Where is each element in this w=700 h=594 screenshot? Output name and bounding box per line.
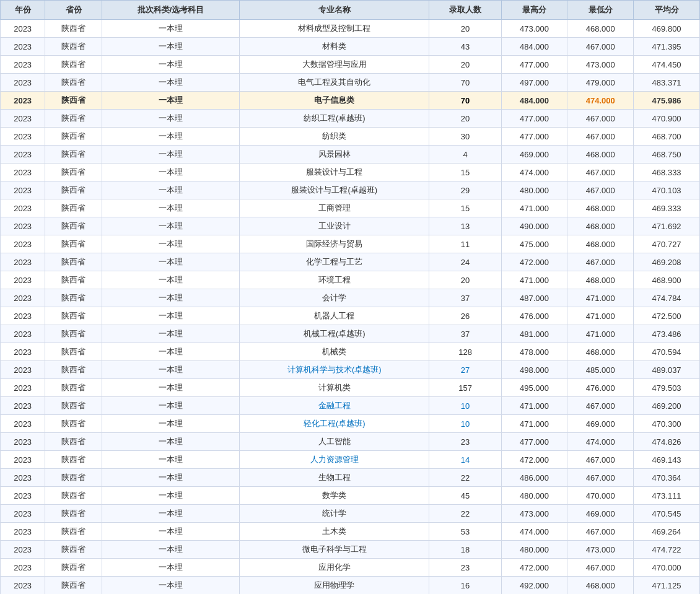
table-cell: 473.000 [501, 20, 567, 38]
table-cell: 人力资源管理 [240, 451, 429, 469]
table-cell: 2023 [1, 271, 45, 289]
table-cell: 2023 [1, 343, 45, 361]
table-cell: 467.000 [567, 253, 634, 271]
table-cell: 陕西省 [45, 361, 102, 379]
table-cell: 陕西省 [45, 181, 102, 199]
table-cell: 483.371 [634, 74, 700, 92]
table-row: 2023陕西省一本理金融工程10471.000467.000469.200 [1, 397, 700, 415]
table-cell: 468.000 [567, 235, 634, 253]
table-cell: 一本理 [102, 487, 239, 505]
table-cell: 2023 [1, 253, 45, 271]
table-row: 2023陕西省一本理服装设计与工程15474.000467.000468.333 [1, 164, 700, 181]
table-row: 2023陕西省一本理纺织工程(卓越班)20477.000467.000470.9… [1, 110, 700, 128]
table-cell: 计算机类 [240, 379, 429, 397]
table-cell: 467.000 [567, 559, 634, 577]
table-cell: 电气工程及其自动化 [240, 74, 429, 92]
table-cell: 128 [429, 343, 501, 361]
table-cell: 一本理 [102, 559, 239, 577]
table-cell: 476.000 [501, 307, 567, 325]
table-cell: 495.000 [501, 379, 567, 397]
table-cell: 14 [429, 451, 501, 469]
table-cell: 陕西省 [45, 38, 102, 56]
table-cell: 473.000 [567, 56, 634, 74]
column-header-专业名称: 专业名称 [240, 1, 429, 20]
table-cell: 一本理 [102, 397, 239, 415]
table-cell: 13 [429, 217, 501, 235]
table-cell: 2023 [1, 128, 45, 146]
table-cell: 4 [429, 146, 501, 164]
table-cell: 470.000 [567, 487, 634, 505]
table-cell: 474.000 [567, 433, 634, 451]
table-cell: 474.000 [501, 164, 567, 181]
table-cell: 480.000 [501, 181, 567, 199]
table-cell: 陕西省 [45, 397, 102, 415]
table-row: 2023陕西省一本理人力资源管理14472.000467.000469.143 [1, 451, 700, 469]
table-cell: 2023 [1, 235, 45, 253]
table-row: 2023陕西省一本理生物工程22486.000467.000470.364 [1, 469, 700, 487]
table-cell: 一本理 [102, 74, 239, 92]
table-cell: 一本理 [102, 199, 239, 217]
table-cell: 472.000 [501, 559, 567, 577]
table-cell: 一本理 [102, 361, 239, 379]
column-header-录取人数: 录取人数 [429, 1, 501, 20]
table-cell: 统计学 [240, 505, 429, 523]
table-cell: 11 [429, 235, 501, 253]
table-row: 2023陕西省一本理工商管理15471.000468.000469.333 [1, 199, 700, 217]
table-cell: 473.000 [501, 505, 567, 523]
table-cell: 474.722 [634, 541, 700, 559]
column-header-平均分: 平均分 [634, 1, 700, 20]
table-row: 2023陕西省一本理材料类43484.000467.000471.395 [1, 38, 700, 56]
table-row: 2023陕西省一本理大数据管理与应用20477.000473.000474.45… [1, 56, 700, 74]
table-cell: 陕西省 [45, 559, 102, 577]
table-cell: 468.700 [634, 128, 700, 146]
table-cell: 生物工程 [240, 469, 429, 487]
table-cell: 468.000 [567, 271, 634, 289]
table-row: 2023陕西省一本理机械工程(卓越班)37481.000471.000473.4… [1, 325, 700, 343]
table-cell: 468.000 [567, 199, 634, 217]
table-cell: 服装设计与工程 [240, 164, 429, 181]
table-cell: 一本理 [102, 235, 239, 253]
table-row: 2023陕西省一本理环境工程20471.000468.000468.900 [1, 271, 700, 289]
table-cell: 陕西省 [45, 56, 102, 74]
table-cell: 497.000 [501, 74, 567, 92]
table-cell: 2023 [1, 289, 45, 307]
table-cell: 470.594 [634, 343, 700, 361]
table-cell: 45 [429, 487, 501, 505]
table-cell: 469.000 [501, 146, 567, 164]
table-cell: 469.208 [634, 253, 700, 271]
table-cell: 472.500 [634, 307, 700, 325]
table-cell: 468.000 [567, 146, 634, 164]
table-cell: 43 [429, 38, 501, 56]
table-cell: 2023 [1, 469, 45, 487]
table-row: 2023陕西省一本理数学类45480.000470.000473.111 [1, 487, 700, 505]
table-cell: 2023 [1, 20, 45, 38]
table-cell: 计算机科学与技术(卓越班) [240, 361, 429, 379]
table-cell: 468.000 [567, 217, 634, 235]
table-row: 2023陕西省一本理化学工程与工艺24472.000467.000469.208 [1, 253, 700, 271]
table-cell: 陕西省 [45, 235, 102, 253]
table-cell: 一本理 [102, 181, 239, 199]
table-cell: 477.000 [501, 433, 567, 451]
table-cell: 468.900 [634, 271, 700, 289]
table-row: 2023陕西省一本理应用化学23472.000467.000470.000 [1, 559, 700, 577]
table-cell: 473.486 [634, 325, 700, 343]
table-cell: 环境工程 [240, 271, 429, 289]
table-cell: 27 [429, 361, 501, 379]
table-cell: 风景园林 [240, 146, 429, 164]
table-cell: 477.000 [501, 128, 567, 146]
table-cell: 471.000 [501, 199, 567, 217]
table-cell: 一本理 [102, 505, 239, 523]
table-cell: 陕西省 [45, 289, 102, 307]
table-cell: 467.000 [567, 451, 634, 469]
table-cell: 37 [429, 289, 501, 307]
table-cell: 20 [429, 20, 501, 38]
table-cell: 2023 [1, 433, 45, 451]
table-cell: 2023 [1, 397, 45, 415]
table-cell: 471.000 [567, 307, 634, 325]
table-row: 2023陕西省一本理电子信息类70484.000474.000475.986 [1, 92, 700, 110]
table-cell: 490.000 [501, 217, 567, 235]
table-cell: 2023 [1, 56, 45, 74]
table-cell: 人工智能 [240, 433, 429, 451]
table-cell: 一本理 [102, 289, 239, 307]
table-cell: 陕西省 [45, 128, 102, 146]
